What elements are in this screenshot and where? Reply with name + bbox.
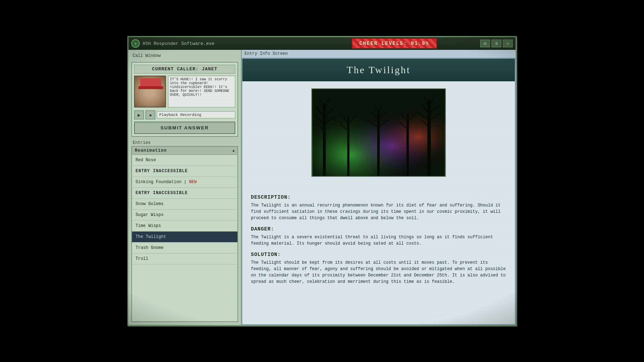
main-window: ◉ HSH Responder Software.exe CHEER LEVEL… <box>127 36 517 326</box>
entry-image-container <box>242 81 515 184</box>
entry-image <box>311 88 446 177</box>
app-icon: ◉ <box>131 39 140 48</box>
entries-header: Reanimation ▲ <box>132 147 237 155</box>
entry-item-trash-gnome[interactable]: Trash Gnome <box>132 243 237 253</box>
entries-list[interactable]: Red NoseENTRY INACCESSIBLESinking Founda… <box>132 155 237 321</box>
caller-avatar <box>134 76 166 107</box>
entry-item-time-wisps[interactable]: Time Wisps <box>132 221 237 232</box>
entry-item-red-nose[interactable]: Red Nose <box>132 155 237 166</box>
caller-face-image <box>135 76 165 107</box>
caller-transcript[interactable]: IT'S HUGE!! I saw it scurry into the cup… <box>168 76 235 107</box>
entry-text-content: DESCRIPTION: The Twilight is an annual r… <box>242 184 515 291</box>
call-window-label: Call Window <box>131 53 238 59</box>
stop-button[interactable]: ■ <box>145 110 155 119</box>
submit-answer-button[interactable]: SUBMIT ANSWER <box>134 122 235 134</box>
entries-scroll-up-icon[interactable]: ▲ <box>232 149 235 153</box>
close-button[interactable]: ✕ <box>503 40 513 47</box>
play-button[interactable]: ▶ <box>134 110 144 119</box>
entry-item-sinking-foundation[interactable]: Sinking Foundation | NEW <box>132 177 237 188</box>
right-panel: Entry Info Screen The Twilight <box>242 50 516 325</box>
new-badge: NEW <box>189 180 197 185</box>
entry-info-label: Entry Info Screen <box>242 50 516 58</box>
solution-header: SOLUTION: <box>251 252 506 257</box>
entry-item-snow-golems[interactable]: Snow Golems <box>132 199 237 210</box>
description-text: The Twilight is an annual recurring phen… <box>251 202 506 221</box>
entries-list-container: Reanimation ▲ Red NoseENTRY INACCESSIBLE… <box>131 146 238 322</box>
title-bar: ◉ HSH Responder Software.exe CHEER LEVEL… <box>128 37 516 50</box>
svg-rect-12 <box>427 100 431 176</box>
danger-header: DANGER: <box>251 226 506 232</box>
entry-item-entry-inaccessible-1[interactable]: ENTRY INACCESSIBLE <box>132 166 237 177</box>
playback-row: ▶ ■ Playback Recording <box>134 110 235 119</box>
entries-header-label: Reanimation <box>135 148 167 153</box>
entry-info-panel[interactable]: The Twilight <box>242 58 516 325</box>
transcript-text: IT'S HUGE!! I saw it scurry into the cup… <box>170 77 229 97</box>
entry-title: The Twilight <box>347 64 411 75</box>
entry-title-bar: The Twilight <box>242 59 515 81</box>
playback-label: Playback Recording <box>157 111 235 118</box>
entry-item-entry-inaccessible-2[interactable]: ENTRY INACCESSIBLE <box>132 188 237 199</box>
current-caller-label: CURRENT CALLER: JANET <box>134 65 235 74</box>
left-panel: Call Window CURRENT CALLER: JANET IT'S H… <box>128 50 242 325</box>
caller-content: IT'S HUGE!! I saw it scurry into the cup… <box>134 76 235 107</box>
description-header: DESCRIPTION: <box>251 194 506 200</box>
title-buttons: ⊞ ⏸ ✕ <box>480 40 513 47</box>
danger-text: The Twilight is a severe existential thr… <box>251 234 506 247</box>
svg-rect-31 <box>407 113 409 176</box>
cheer-bar: CHEER LEVELS: 91.0% <box>311 38 477 49</box>
svg-rect-4 <box>323 103 326 176</box>
svg-rect-27 <box>347 117 349 176</box>
solution-text: The Twilight should be kept from its des… <box>251 259 506 285</box>
entry-item-the-twilight[interactable]: The Twilight <box>132 232 237 243</box>
content-area: Call Window CURRENT CALLER: JANET IT'S H… <box>128 50 516 325</box>
entries-section: Entries Reanimation ▲ Red NoseENTRY INAC… <box>131 140 238 322</box>
app-title: HSH Responder Software.exe <box>143 41 309 46</box>
cheer-level-text: CHEER LEVELS: 91.0% <box>360 41 430 46</box>
entry-item-troll[interactable]: Troll <box>132 253 237 264</box>
grid-button[interactable]: ⊞ <box>480 40 490 47</box>
pause-button[interactable]: ⏸ <box>491 40 501 47</box>
entry-item-sugar-wisps[interactable]: Sugar Wisps <box>132 210 237 221</box>
call-window: CURRENT CALLER: JANET IT'S HUGE!! I saw … <box>131 62 238 137</box>
entries-label: Entries <box>131 140 238 146</box>
